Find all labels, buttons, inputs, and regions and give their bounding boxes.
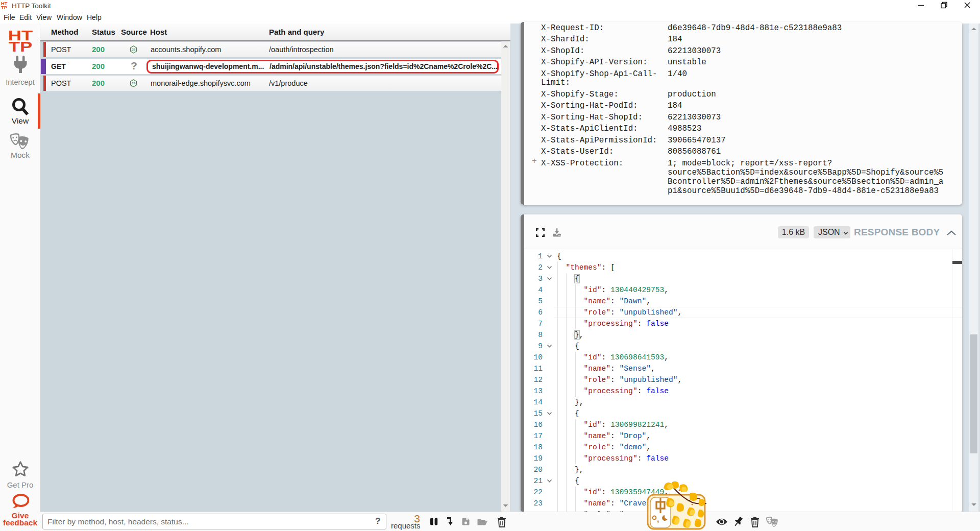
svg-text:JS: JS: [131, 48, 135, 51]
svg-text:,: ,: [657, 515, 659, 523]
svg-text:JS: JS: [131, 82, 135, 85]
